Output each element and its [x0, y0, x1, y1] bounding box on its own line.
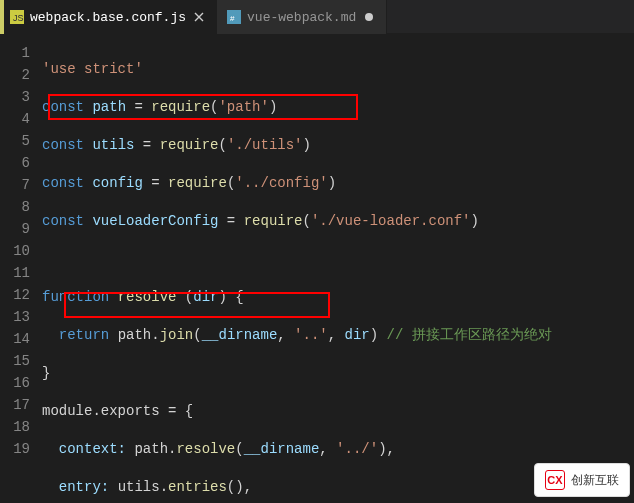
close-icon[interactable]	[192, 10, 206, 24]
tab-webpack-base[interactable]: JS webpack.base.conf.js	[0, 0, 217, 34]
tab-label: vue-webpack.md	[247, 10, 356, 25]
watermark: CX 创新互联	[534, 463, 630, 497]
dirty-indicator[interactable]	[362, 10, 376, 24]
watermark-logo: CX	[545, 470, 565, 490]
svg-text:#: #	[230, 14, 235, 23]
code-content[interactable]: 'use strict' const path = require('path'…	[42, 34, 563, 503]
js-file-icon: JS	[10, 10, 24, 24]
tab-vue-webpack-md[interactable]: # vue-webpack.md	[217, 0, 387, 34]
md-file-icon: #	[227, 10, 241, 24]
tab-bar: JS webpack.base.conf.js # vue-webpack.md	[0, 0, 634, 34]
line-gutter: 123 456 789 101112 131415 161718 19	[0, 34, 42, 503]
svg-text:JS: JS	[13, 13, 24, 23]
watermark-text: 创新互联	[571, 472, 619, 489]
tab-label: webpack.base.conf.js	[30, 10, 186, 25]
code-editor[interactable]: 123 456 789 101112 131415 161718 19 'use…	[0, 34, 634, 503]
